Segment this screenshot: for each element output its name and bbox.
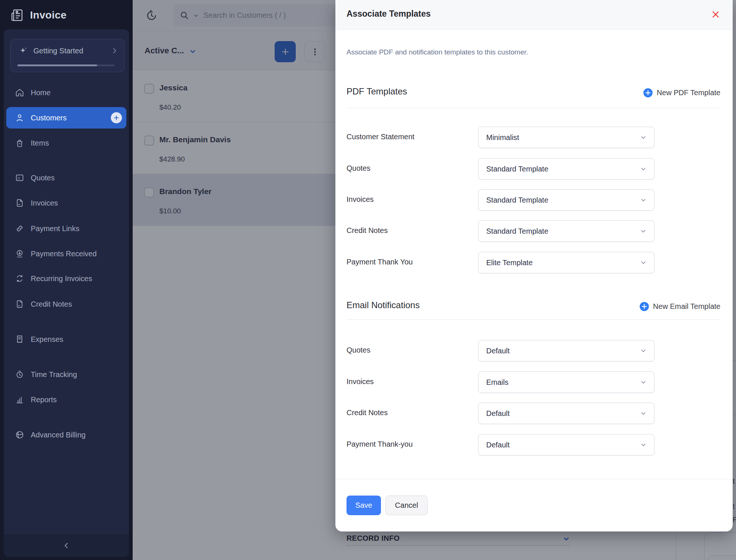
email-template-label-quotes: Quotes xyxy=(347,346,370,354)
selected-value: Minimalist xyxy=(486,133,519,142)
payment-links-icon xyxy=(15,224,24,233)
sidebar-item-label: Quotes xyxy=(31,174,54,182)
getting-started-card[interactable]: Getting Started xyxy=(10,39,125,72)
chevron-down-icon xyxy=(639,227,647,235)
new-email-template-button[interactable]: New Email Template xyxy=(639,301,720,312)
selected-value: Standard Template xyxy=(486,165,548,173)
section-divider xyxy=(347,319,720,320)
modal-header: Associate Templates xyxy=(335,0,733,30)
sidebar-item-customers[interactable]: Customers xyxy=(6,107,126,129)
email-template-select-payment-thank-you[interactable]: Default xyxy=(478,434,654,456)
sidebar-item-time-tracking[interactable]: Time Tracking xyxy=(6,364,126,385)
sidebar-item-items[interactable]: Items xyxy=(6,132,126,154)
quotes-icon xyxy=(15,173,24,183)
plus-circle-icon xyxy=(639,301,649,311)
pdf-template-label-payment-thank-you: Payment Thank You xyxy=(347,258,413,266)
chevron-down-icon xyxy=(639,347,647,355)
email-template-select-quotes[interactable]: Default xyxy=(478,340,654,361)
sidebar-item-home[interactable]: Home xyxy=(6,82,126,103)
sparkle-icon xyxy=(18,46,29,56)
selected-value: Standard Template xyxy=(486,227,548,236)
new-pdf-template-button[interactable]: New PDF Template xyxy=(643,87,720,98)
expenses-icon xyxy=(15,334,24,344)
chevron-down-icon xyxy=(639,165,647,173)
chevron-left-icon xyxy=(62,541,71,550)
chevron-down-icon xyxy=(639,259,647,267)
plus-circle-icon xyxy=(643,88,653,98)
modal-footer-divider xyxy=(335,479,733,479)
email-template-label-payment-thank-you: Payment Thank-you xyxy=(347,440,413,449)
pdf-template-select-quotes[interactable]: Standard Template xyxy=(478,158,654,180)
sidebar-item-reports[interactable]: Reports xyxy=(6,389,126,410)
cancel-button[interactable]: Cancel xyxy=(385,496,428,515)
email-template-select-credit-notes[interactable]: Default xyxy=(478,403,654,424)
sidebar-collapse-bar[interactable] xyxy=(4,533,129,557)
selected-value: Elite Template xyxy=(486,259,533,267)
pdf-template-label-credit-notes: Credit Notes xyxy=(347,226,388,235)
selected-value: Default xyxy=(486,409,510,418)
invoices-icon xyxy=(15,198,24,208)
selected-value: Standard Template xyxy=(486,196,548,204)
pdf-template-label-quotes: Quotes xyxy=(347,164,370,173)
close-icon[interactable] xyxy=(708,7,723,22)
new-pdf-template-label: New PDF Template xyxy=(657,89,720,97)
sidebar-panel: Getting Started HomeCustomersItemsQuotes… xyxy=(4,29,129,557)
section-divider xyxy=(347,108,720,108)
sidebar-item-label: Items xyxy=(31,139,49,147)
selected-value: Default xyxy=(486,441,510,449)
sidebar-item-invoices[interactable]: Invoices xyxy=(6,192,126,214)
sidebar-item-payments-received[interactable]: Payments Received xyxy=(6,243,126,264)
sidebar-item-quotes[interactable]: Quotes xyxy=(6,167,126,189)
email-template-label-credit-notes: Credit Notes xyxy=(347,409,388,417)
sidebar-item-recurring-invoices[interactable]: Recurring Invoices xyxy=(6,268,126,289)
pdf-template-label-invoices: Invoices xyxy=(347,195,374,204)
sidebar-item-payment-links[interactable]: Payment Links xyxy=(6,218,126,239)
pdf-templates-heading: PDF Templates xyxy=(347,86,407,97)
sidebar-item-credit-notes[interactable]: Credit Notes xyxy=(6,293,126,315)
sidebar-item-label: Recurring Invoices xyxy=(31,274,92,283)
sidebar-item-label: Credit Notes xyxy=(31,300,72,309)
chevron-down-icon xyxy=(639,441,647,449)
add-customer-quick-icon[interactable] xyxy=(111,112,122,123)
sidebar-item-label: Advanced Billing xyxy=(31,431,86,439)
time-tracking-icon xyxy=(15,370,24,379)
new-email-template-label: New Email Template xyxy=(653,302,720,311)
sidebar-item-label: Time Tracking xyxy=(31,370,77,379)
sidebar-item-expenses[interactable]: Expenses xyxy=(6,329,126,350)
pdf-template-label-customer-statement: Customer Statement xyxy=(347,133,414,141)
payments-received-icon xyxy=(15,249,24,259)
sidebar-item-label: Payments Received xyxy=(31,250,97,258)
save-button[interactable]: Save xyxy=(347,496,381,515)
sidebar-item-label: Reports xyxy=(31,396,57,404)
sidebar-item-label: Invoices xyxy=(31,199,58,207)
pdf-template-select-invoices[interactable]: Standard Template xyxy=(478,189,654,211)
app-title: Invoice xyxy=(30,9,67,21)
sidebar-item-label: Home xyxy=(31,89,50,97)
sidebar-item-advanced-billing[interactable]: Advanced Billing xyxy=(6,424,126,446)
chevron-down-icon xyxy=(639,196,647,204)
credit-notes-icon xyxy=(15,299,24,309)
getting-started-label: Getting Started xyxy=(33,47,83,55)
modal-title: Associate Templates xyxy=(347,9,431,19)
sidebar-item-label: Payment Links xyxy=(31,224,79,233)
chevron-down-icon xyxy=(639,409,647,417)
recurring-invoices-icon xyxy=(15,274,24,283)
chevron-down-icon xyxy=(639,133,647,141)
sidebar-item-label: Expenses xyxy=(31,335,63,344)
associate-templates-modal: Associate Templates Associate PDF and no… xyxy=(335,0,733,531)
advanced-billing-icon xyxy=(15,430,24,440)
chevron-right-icon xyxy=(111,47,118,54)
selected-value: Default xyxy=(486,347,510,355)
items-icon xyxy=(15,138,24,148)
email-template-select-invoices[interactable]: Emails xyxy=(478,371,654,393)
home-icon xyxy=(15,88,24,97)
pdf-template-select-customer-statement[interactable]: Minimalist xyxy=(478,127,654,148)
app-screen: Invoice Getting Started xyxy=(0,0,736,560)
invoice-logo-icon xyxy=(10,8,24,23)
selected-value: Emails xyxy=(486,378,508,387)
modal-subtitle: Associate PDF and notification templates… xyxy=(347,48,528,56)
sidebar-item-label: Customers xyxy=(31,114,67,122)
pdf-template-select-payment-thank-you[interactable]: Elite Template xyxy=(478,252,654,273)
pdf-template-select-credit-notes[interactable]: Standard Template xyxy=(478,220,654,242)
email-template-label-invoices: Invoices xyxy=(347,377,374,386)
